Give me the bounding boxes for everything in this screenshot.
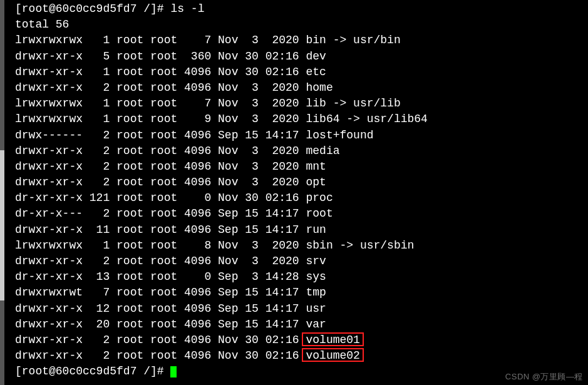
listing-row: lrwxrwxrwx 1 root root 9 Nov 3 2020 lib6…	[15, 111, 588, 127]
cursor-block	[170, 366, 177, 377]
row-meta: lrwxrwxrwx 1 root root 9 Nov 3 2020	[15, 113, 306, 125]
vertical-scrollbar[interactable]	[0, 0, 4, 385]
total-line: total 56	[15, 17, 588, 33]
listing-row: drwxr-xr-x 2 root root 4096 Nov 30 02:16…	[15, 332, 588, 348]
listing-row: drwxr-xr-x 1 root root 4096 Nov 30 02:16…	[15, 64, 588, 80]
row-meta: drwxrwxrwt 7 root root 4096 Sep 15 14:17	[15, 286, 306, 299]
row-meta: lrwxrwxrwx 1 root root 7 Nov 3 2020	[15, 97, 306, 110]
file-name: lost+found	[306, 129, 373, 141]
row-meta: drwxr-xr-x 2 root root 4096 Nov 30 02:16	[15, 334, 306, 346]
listing-row: drwxr-xr-x 2 root root 4096 Nov 3 2020 m…	[15, 143, 588, 159]
file-name: volume01	[306, 334, 359, 346]
listing-row: lrwxrwxrwx 1 root root 8 Nov 3 2020 sbin…	[15, 238, 588, 254]
listing-row: lrwxrwxrwx 1 root root 7 Nov 3 2020 lib …	[15, 96, 588, 111]
file-name: home	[306, 81, 333, 94]
file-name: run	[306, 223, 326, 236]
file-name: sys	[306, 270, 326, 283]
row-meta: drwxr-xr-x 5 root root 360 Nov 30 02:16	[15, 50, 306, 63]
file-name: sbin -> usr/sbin	[306, 239, 414, 252]
file-name: volume02	[306, 349, 359, 362]
listing-row: drwxr-xr-x 2 root root 4096 Nov 3 2020 h…	[15, 80, 588, 96]
listing-row: drwxr-xr-x 2 root root 4096 Nov 3 2020 o…	[15, 175, 588, 190]
row-meta: dr-xr-xr-x 13 root root 0 Sep 3 14:28	[15, 270, 306, 283]
listing-row: dr-xr-xr-x 13 root root 0 Sep 3 14:28 sy…	[15, 269, 588, 285]
file-name: media	[306, 145, 339, 157]
row-meta: drwxr-xr-x 2 root root 4096 Nov 3 2020	[15, 160, 306, 173]
row-meta: drwxr-xr-x 2 root root 4096 Nov 30 02:16	[15, 349, 306, 362]
next-prompt-line: [root@60c0cc9d5fd7 /]#	[15, 364, 588, 379]
row-meta: drwxr-xr-x 1 root root 4096 Nov 30 02:16	[15, 66, 306, 78]
file-name: var	[306, 318, 326, 331]
row-meta: lrwxrwxrwx 1 root root 8 Nov 3 2020	[15, 239, 306, 252]
listing-row: drwxr-xr-x 20 root root 4096 Sep 15 14:1…	[15, 317, 588, 332]
file-name: root	[306, 207, 333, 220]
row-meta: lrwxrwxrwx 1 root root 7 Nov 3 2020	[15, 34, 306, 46]
file-name: dev	[306, 50, 326, 63]
listing-row: drwxr-xr-x 2 root root 4096 Nov 3 2020 s…	[15, 254, 588, 269]
listing-row: lrwxrwxrwx 1 root root 7 Nov 3 2020 bin …	[15, 33, 588, 48]
shell-prompt: [root@60c0cc9d5fd7 /]#	[15, 365, 170, 377]
listing-row: drwxr-xr-x 5 root root 360 Nov 30 02:16 …	[15, 49, 588, 64]
file-name: mnt	[306, 160, 326, 173]
row-meta: drwxr-xr-x 2 root root 4096 Nov 3 2020	[15, 176, 306, 188]
listing-row: drwxr-xr-x 11 root root 4096 Sep 15 14:1…	[15, 222, 588, 238]
command-text: ls -l	[170, 3, 204, 15]
file-name: lib64 -> usr/lib64	[306, 113, 427, 125]
file-name: opt	[306, 176, 326, 188]
row-meta: dr-xr-xr-x 121 root root 0 Nov 30 02:16	[15, 192, 306, 204]
file-name: tmp	[306, 286, 326, 299]
terminal-output[interactable]: [root@60c0cc9d5fd7 /]# ls -l total 56 lr…	[15, 1, 588, 380]
file-name: usr	[306, 302, 326, 315]
listing-row: drwxrwxrwt 7 root root 4096 Sep 15 14:17…	[15, 285, 588, 300]
row-meta: dr-xr-x--- 2 root root 4096 Sep 15 14:17	[15, 207, 306, 220]
watermark-text: CSDN @万里顾—程	[505, 371, 583, 382]
listing-row: drwxr-xr-x 2 root root 4096 Nov 30 02:16…	[15, 348, 588, 364]
shell-prompt: [root@60c0cc9d5fd7 /]#	[15, 3, 170, 15]
row-meta: drwxr-xr-x 12 root root 4096 Sep 15 14:1…	[15, 302, 306, 315]
file-name: proc	[306, 192, 333, 204]
file-name: bin -> usr/bin	[306, 34, 400, 46]
file-name: lib -> usr/lib	[306, 97, 400, 110]
listing-row: drwxr-xr-x 12 root root 4096 Sep 15 14:1…	[15, 301, 588, 317]
row-meta: drwxr-xr-x 2 root root 4096 Nov 3 2020	[15, 145, 306, 157]
row-meta: drwxr-xr-x 20 root root 4096 Sep 15 14:1…	[15, 318, 306, 331]
row-meta: drwx------ 2 root root 4096 Sep 15 14:17	[15, 129, 306, 141]
file-name: srv	[306, 255, 326, 267]
row-meta: drwxr-xr-x 2 root root 4096 Nov 3 2020	[15, 81, 306, 94]
row-meta: drwxr-xr-x 11 root root 4096 Sep 15 14:1…	[15, 223, 306, 236]
listing-row: dr-xr-xr-x 121 root root 0 Nov 30 02:16 …	[15, 190, 588, 206]
file-listing: lrwxrwxrwx 1 root root 7 Nov 3 2020 bin …	[15, 33, 588, 364]
listing-row: drwx------ 2 root root 4096 Sep 15 14:17…	[15, 128, 588, 143]
command-line: [root@60c0cc9d5fd7 /]# ls -l	[15, 1, 588, 17]
listing-row: dr-xr-x--- 2 root root 4096 Sep 15 14:17…	[15, 206, 588, 222]
listing-row: drwxr-xr-x 2 root root 4096 Nov 3 2020 m…	[15, 159, 588, 175]
scrollbar-thumb[interactable]	[0, 150, 4, 300]
file-name: etc	[306, 66, 326, 78]
row-meta: drwxr-xr-x 2 root root 4096 Nov 3 2020	[15, 255, 306, 267]
